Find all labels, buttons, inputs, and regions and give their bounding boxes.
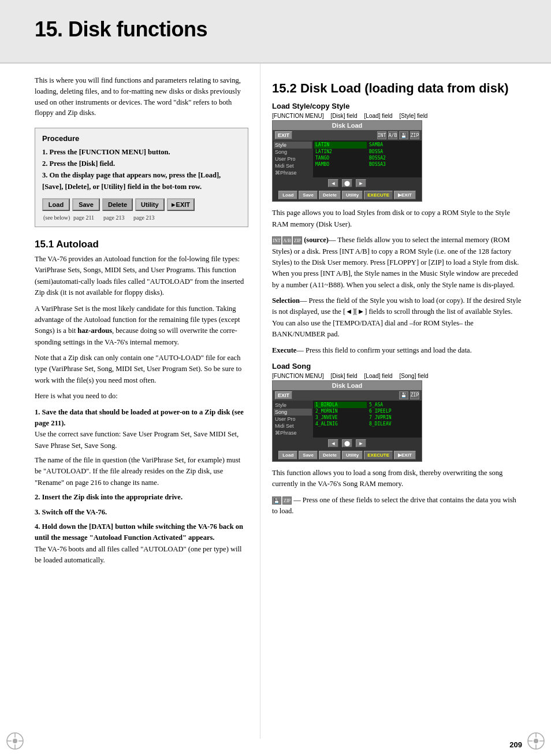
main-content: This is where you will find functions an… <box>0 64 551 739</box>
dl-userpro-label-2: User Pro <box>274 416 312 423</box>
exit-button[interactable]: ▶ EXIT <box>167 198 195 211</box>
song-field-func-menu: [FUNCTION MENU] <box>272 373 323 379</box>
disk-load-screenshot-1: Disk Load EXIT INT A/B 💾 ZIP Style Song … <box>272 120 422 202</box>
dl-load-btn-2[interactable]: Load <box>278 451 297 459</box>
dl-next-btn-2[interactable]: ▶ <box>356 439 366 447</box>
song-field-labels: [FUNCTION MENU] [Disk] field [Load] fiel… <box>272 373 522 379</box>
dl-exit-btn-1[interactable]: EXIT <box>275 131 292 139</box>
procedure-step-2: 2. Press the [Disk] field. <box>42 158 241 169</box>
dl-style-bossa3[interactable]: BOSSA3 <box>368 161 420 168</box>
dl-bottombar-2: Load Save Delete Utility EXECUTE ▶EXIT <box>273 449 422 461</box>
dl-style-latin[interactable]: LATIN <box>314 142 367 148</box>
delete-button[interactable]: Delete <box>102 198 133 211</box>
song-para-1: This function allows you to load a song … <box>272 468 522 490</box>
dl-utility-btn-1[interactable]: Utility <box>342 191 363 199</box>
dl-title-2: Disk Load <box>273 381 422 390</box>
src-int-icon: INT <box>272 236 281 244</box>
dl-prev-btn-1[interactable]: ◀ <box>328 179 338 187</box>
song-src-floppy: 💾 <box>272 496 281 505</box>
svg-point-13 <box>13 739 17 743</box>
procedure-steps: 1. Press the [FUNCTION MENU] button. 2. … <box>42 146 241 192</box>
dl-style-bossa2[interactable]: BOSSA2 <box>368 155 420 161</box>
src-zip-icon: ZIP <box>293 236 302 244</box>
dl-save-btn-2[interactable]: Save <box>299 451 318 459</box>
page-label-213-2: page 213 <box>133 214 163 221</box>
dl-style-tango[interactable]: TANGO <box>314 155 367 161</box>
dl-style-latin2[interactable]: LATIN2 <box>314 149 367 155</box>
dl-load-btn-1[interactable]: Load <box>278 191 297 199</box>
load-button[interactable]: Load <box>42 198 70 211</box>
song-para-2: 💾 ZIP — Press one of these fields to sel… <box>272 495 522 517</box>
save-button[interactable]: Save <box>72 198 100 211</box>
procedure-box: Procedure 1. Press the [FUNCTION MENU] b… <box>35 128 248 227</box>
dl-prev-btn-2[interactable]: ◀ <box>328 439 338 447</box>
dl-song-6[interactable]: 6 IPEELP <box>368 408 420 414</box>
dl-style-mambo[interactable]: MAMBO <box>314 161 367 168</box>
dl-song-7[interactable]: 7 JVPRIN <box>368 414 420 421</box>
section-15-1-header: 15.1 Autoload <box>35 239 248 250</box>
style-para-1: This page allows you to load Styles from… <box>272 207 522 230</box>
dl-song-3[interactable]: 3_JNVEVE <box>314 414 367 421</box>
svg-point-19 <box>534 739 538 743</box>
dl-save-btn-1[interactable]: Save <box>299 191 318 199</box>
dl-userpro-label-1: User Pro <box>274 155 312 162</box>
field-label-func-menu: [FUNCTION MENU] <box>272 113 323 119</box>
dl-zip-icon-2[interactable]: ZIP <box>410 391 419 399</box>
dl-song-8[interactable]: 8_DILEAV <box>368 421 420 427</box>
dl-execute-btn-2[interactable]: EXECUTE <box>364 451 393 459</box>
dl-int-icon[interactable]: INT <box>377 131 386 139</box>
utility-button[interactable]: Utility <box>135 198 165 211</box>
dl-next-btn-1[interactable]: ▶ <box>356 179 366 187</box>
autoload-step-1: 1. Save the data that should be loaded a… <box>35 407 248 452</box>
dl-song-1[interactable]: 1_BIRDLA <box>314 402 367 408</box>
intro-paragraph: This is where you will find functions an… <box>35 75 248 118</box>
dl-controls-1: ◀ ⬤ ▶ <box>273 177 422 189</box>
procedure-title: Procedure <box>42 134 241 143</box>
dl-dot-btn-2[interactable]: ⬤ <box>342 439 352 447</box>
page-label-211: page 211 <box>73 214 103 221</box>
dl-bottombar-1: Load Save Delete Utility EXECUTE ▶EXIT <box>273 189 422 201</box>
page-label-213-1: page 213 <box>103 214 133 221</box>
dl-delete-btn-1[interactable]: Delete <box>319 191 341 199</box>
dl-left-panel-2: Style Song User Pro Midi Set ⌘Phrase <box>273 401 313 438</box>
style-para-2: INT A/B ZIP (source)— These fields allow… <box>272 235 522 291</box>
page-labels: (see below) page 211 page 213 page 213 <box>43 214 241 221</box>
dl-song-4[interactable]: 4_ALINIG <box>314 421 367 427</box>
dl-song-5[interactable]: 5_ASA <box>368 402 420 408</box>
autoload-step-1b: The name of the file in question (the Va… <box>35 455 248 488</box>
autoload-step-3: 3. Switch off the VA-76. <box>35 507 248 518</box>
song-field-load: [Load] field <box>364 373 393 379</box>
dl-style-bossa[interactable]: BOSSA <box>368 149 420 155</box>
dl-zip-icon[interactable]: ZIP <box>410 131 419 139</box>
load-song-header: Load Song <box>272 362 522 370</box>
style-field-labels: [FUNCTION MENU] [Disk] field [Load] fiel… <box>272 113 522 119</box>
right-column: 15.2 Disk Load (loading data from disk) … <box>260 64 551 739</box>
autoload-step-2: 2. Insert the Zip disk into the appropri… <box>35 492 248 503</box>
dl-exit-bottom-btn-1[interactable]: ▶EXIT <box>394 191 416 199</box>
dl-left-panel-1: Style Song User Pro Midi Set ⌘Phrase <box>273 140 313 177</box>
procedure-step-3: 3. On the display page that appears now,… <box>42 169 241 192</box>
dl-exit-bottom-btn-2[interactable]: ▶EXIT <box>394 451 416 459</box>
dl-ab-icon[interactable]: A/B <box>388 131 397 139</box>
dl-style-label-2: Style <box>274 402 312 409</box>
page-label-see-below: (see below) <box>43 214 73 221</box>
dl-exit-btn-2[interactable]: EXIT <box>275 391 292 399</box>
dl-utility-btn-2[interactable]: Utility <box>342 451 363 459</box>
dl-execute-btn-1[interactable]: EXECUTE <box>364 191 393 199</box>
load-style-header: Load Style/copy Style <box>272 102 522 110</box>
autoload-para-1: The VA-76 provides an Autoload function … <box>35 254 248 299</box>
dl-style-samba[interactable]: SAMBA <box>368 142 420 148</box>
dl-delete-btn-2[interactable]: Delete <box>319 451 341 459</box>
song-src-zip: ZIP <box>282 496 292 505</box>
dl-floppy-icon-2[interactable]: 💾 <box>399 391 408 399</box>
header-bar: 15. Disk functions <box>0 0 551 64</box>
src-ab-icon: A/B <box>282 236 292 244</box>
style-para-4: Execute— Press this field to confirm you… <box>272 345 522 356</box>
dl-floppy-icon[interactable]: 💾 <box>399 131 408 139</box>
field-label-style: [Style] field <box>400 113 428 119</box>
chapter-title: 15. Disk functions <box>35 17 207 42</box>
autoload-para-2: A VariPhrase Set is the most likely cand… <box>35 303 248 349</box>
dl-dot-btn-1[interactable]: ⬤ <box>342 179 352 187</box>
dl-song-2[interactable]: 2_MORNIN <box>314 408 367 414</box>
dl-controls-2: ◀ ⬤ ▶ <box>273 438 422 449</box>
